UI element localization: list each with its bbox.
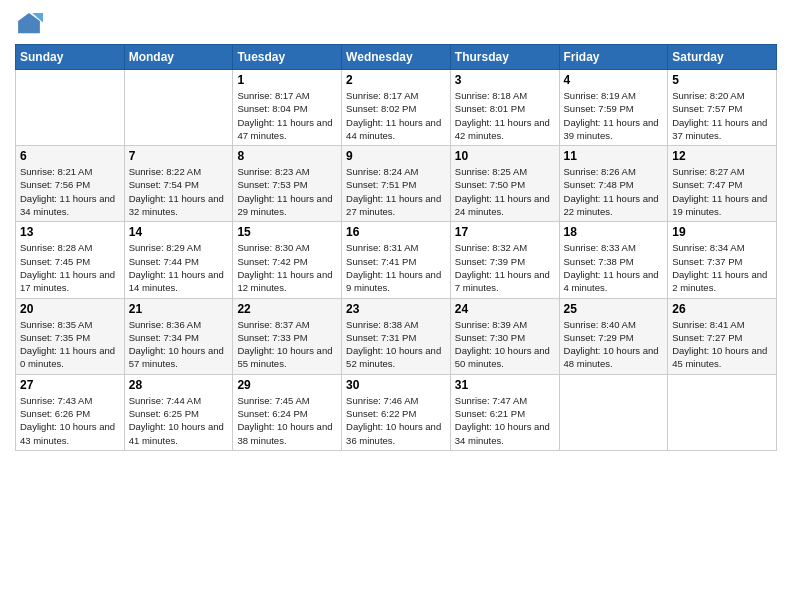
day-info: Sunrise: 8:29 AM Sunset: 7:44 PM Dayligh… bbox=[129, 241, 229, 294]
day-number: 21 bbox=[129, 302, 229, 316]
weekday-header-friday: Friday bbox=[559, 45, 668, 70]
calendar-cell: 18Sunrise: 8:33 AM Sunset: 7:38 PM Dayli… bbox=[559, 222, 668, 298]
calendar-cell: 4Sunrise: 8:19 AM Sunset: 7:59 PM Daylig… bbox=[559, 70, 668, 146]
day-info: Sunrise: 7:46 AM Sunset: 6:22 PM Dayligh… bbox=[346, 394, 446, 447]
day-number: 14 bbox=[129, 225, 229, 239]
calendar-cell: 26Sunrise: 8:41 AM Sunset: 7:27 PM Dayli… bbox=[668, 298, 777, 374]
day-info: Sunrise: 8:22 AM Sunset: 7:54 PM Dayligh… bbox=[129, 165, 229, 218]
day-info: Sunrise: 8:31 AM Sunset: 7:41 PM Dayligh… bbox=[346, 241, 446, 294]
calendar-cell: 8Sunrise: 8:23 AM Sunset: 7:53 PM Daylig… bbox=[233, 146, 342, 222]
calendar-cell bbox=[559, 374, 668, 450]
calendar-cell: 27Sunrise: 7:43 AM Sunset: 6:26 PM Dayli… bbox=[16, 374, 125, 450]
calendar-cell bbox=[16, 70, 125, 146]
calendar-cell: 7Sunrise: 8:22 AM Sunset: 7:54 PM Daylig… bbox=[124, 146, 233, 222]
day-info: Sunrise: 8:34 AM Sunset: 7:37 PM Dayligh… bbox=[672, 241, 772, 294]
day-info: Sunrise: 8:30 AM Sunset: 7:42 PM Dayligh… bbox=[237, 241, 337, 294]
day-number: 7 bbox=[129, 149, 229, 163]
calendar-cell: 30Sunrise: 7:46 AM Sunset: 6:22 PM Dayli… bbox=[342, 374, 451, 450]
day-number: 20 bbox=[20, 302, 120, 316]
day-number: 23 bbox=[346, 302, 446, 316]
calendar-cell: 13Sunrise: 8:28 AM Sunset: 7:45 PM Dayli… bbox=[16, 222, 125, 298]
day-number: 16 bbox=[346, 225, 446, 239]
day-number: 22 bbox=[237, 302, 337, 316]
day-number: 8 bbox=[237, 149, 337, 163]
day-info: Sunrise: 8:41 AM Sunset: 7:27 PM Dayligh… bbox=[672, 318, 772, 371]
weekday-header-saturday: Saturday bbox=[668, 45, 777, 70]
calendar-cell: 29Sunrise: 7:45 AM Sunset: 6:24 PM Dayli… bbox=[233, 374, 342, 450]
day-number: 19 bbox=[672, 225, 772, 239]
day-number: 12 bbox=[672, 149, 772, 163]
day-number: 30 bbox=[346, 378, 446, 392]
logo-icon bbox=[15, 10, 43, 38]
calendar-week-4: 20Sunrise: 8:35 AM Sunset: 7:35 PM Dayli… bbox=[16, 298, 777, 374]
calendar-cell: 9Sunrise: 8:24 AM Sunset: 7:51 PM Daylig… bbox=[342, 146, 451, 222]
calendar-cell: 24Sunrise: 8:39 AM Sunset: 7:30 PM Dayli… bbox=[450, 298, 559, 374]
calendar-cell: 1Sunrise: 8:17 AM Sunset: 8:04 PM Daylig… bbox=[233, 70, 342, 146]
day-info: Sunrise: 8:18 AM Sunset: 8:01 PM Dayligh… bbox=[455, 89, 555, 142]
calendar-cell: 17Sunrise: 8:32 AM Sunset: 7:39 PM Dayli… bbox=[450, 222, 559, 298]
day-info: Sunrise: 8:20 AM Sunset: 7:57 PM Dayligh… bbox=[672, 89, 772, 142]
weekday-header-tuesday: Tuesday bbox=[233, 45, 342, 70]
weekday-header-row: SundayMondayTuesdayWednesdayThursdayFrid… bbox=[16, 45, 777, 70]
calendar-cell: 11Sunrise: 8:26 AM Sunset: 7:48 PM Dayli… bbox=[559, 146, 668, 222]
day-info: Sunrise: 8:35 AM Sunset: 7:35 PM Dayligh… bbox=[20, 318, 120, 371]
day-number: 2 bbox=[346, 73, 446, 87]
calendar-cell: 6Sunrise: 8:21 AM Sunset: 7:56 PM Daylig… bbox=[16, 146, 125, 222]
calendar-cell: 22Sunrise: 8:37 AM Sunset: 7:33 PM Dayli… bbox=[233, 298, 342, 374]
day-info: Sunrise: 8:26 AM Sunset: 7:48 PM Dayligh… bbox=[564, 165, 664, 218]
weekday-header-monday: Monday bbox=[124, 45, 233, 70]
day-number: 5 bbox=[672, 73, 772, 87]
day-info: Sunrise: 7:44 AM Sunset: 6:25 PM Dayligh… bbox=[129, 394, 229, 447]
day-info: Sunrise: 7:43 AM Sunset: 6:26 PM Dayligh… bbox=[20, 394, 120, 447]
calendar-week-1: 1Sunrise: 8:17 AM Sunset: 8:04 PM Daylig… bbox=[16, 70, 777, 146]
calendar-cell: 3Sunrise: 8:18 AM Sunset: 8:01 PM Daylig… bbox=[450, 70, 559, 146]
day-number: 1 bbox=[237, 73, 337, 87]
day-number: 13 bbox=[20, 225, 120, 239]
weekday-header-wednesday: Wednesday bbox=[342, 45, 451, 70]
day-number: 11 bbox=[564, 149, 664, 163]
calendar-cell: 14Sunrise: 8:29 AM Sunset: 7:44 PM Dayli… bbox=[124, 222, 233, 298]
day-info: Sunrise: 8:21 AM Sunset: 7:56 PM Dayligh… bbox=[20, 165, 120, 218]
day-info: Sunrise: 8:33 AM Sunset: 7:38 PM Dayligh… bbox=[564, 241, 664, 294]
calendar-cell: 19Sunrise: 8:34 AM Sunset: 7:37 PM Dayli… bbox=[668, 222, 777, 298]
day-number: 29 bbox=[237, 378, 337, 392]
weekday-header-thursday: Thursday bbox=[450, 45, 559, 70]
calendar-cell: 25Sunrise: 8:40 AM Sunset: 7:29 PM Dayli… bbox=[559, 298, 668, 374]
calendar-table: SundayMondayTuesdayWednesdayThursdayFrid… bbox=[15, 44, 777, 451]
day-number: 3 bbox=[455, 73, 555, 87]
day-info: Sunrise: 8:27 AM Sunset: 7:47 PM Dayligh… bbox=[672, 165, 772, 218]
calendar-cell bbox=[668, 374, 777, 450]
day-info: Sunrise: 8:36 AM Sunset: 7:34 PM Dayligh… bbox=[129, 318, 229, 371]
day-info: Sunrise: 8:38 AM Sunset: 7:31 PM Dayligh… bbox=[346, 318, 446, 371]
day-info: Sunrise: 8:39 AM Sunset: 7:30 PM Dayligh… bbox=[455, 318, 555, 371]
header bbox=[15, 10, 777, 38]
day-info: Sunrise: 8:17 AM Sunset: 8:04 PM Dayligh… bbox=[237, 89, 337, 142]
calendar-cell: 31Sunrise: 7:47 AM Sunset: 6:21 PM Dayli… bbox=[450, 374, 559, 450]
day-number: 9 bbox=[346, 149, 446, 163]
calendar-week-2: 6Sunrise: 8:21 AM Sunset: 7:56 PM Daylig… bbox=[16, 146, 777, 222]
calendar-cell: 16Sunrise: 8:31 AM Sunset: 7:41 PM Dayli… bbox=[342, 222, 451, 298]
day-number: 31 bbox=[455, 378, 555, 392]
calendar-cell: 15Sunrise: 8:30 AM Sunset: 7:42 PM Dayli… bbox=[233, 222, 342, 298]
calendar-cell: 23Sunrise: 8:38 AM Sunset: 7:31 PM Dayli… bbox=[342, 298, 451, 374]
day-number: 15 bbox=[237, 225, 337, 239]
day-number: 4 bbox=[564, 73, 664, 87]
calendar-cell: 28Sunrise: 7:44 AM Sunset: 6:25 PM Dayli… bbox=[124, 374, 233, 450]
day-number: 18 bbox=[564, 225, 664, 239]
calendar-week-3: 13Sunrise: 8:28 AM Sunset: 7:45 PM Dayli… bbox=[16, 222, 777, 298]
logo bbox=[15, 10, 47, 38]
day-number: 25 bbox=[564, 302, 664, 316]
day-info: Sunrise: 7:45 AM Sunset: 6:24 PM Dayligh… bbox=[237, 394, 337, 447]
calendar-cell: 2Sunrise: 8:17 AM Sunset: 8:02 PM Daylig… bbox=[342, 70, 451, 146]
weekday-header-sunday: Sunday bbox=[16, 45, 125, 70]
calendar-cell: 5Sunrise: 8:20 AM Sunset: 7:57 PM Daylig… bbox=[668, 70, 777, 146]
day-number: 10 bbox=[455, 149, 555, 163]
day-info: Sunrise: 8:37 AM Sunset: 7:33 PM Dayligh… bbox=[237, 318, 337, 371]
calendar-cell: 12Sunrise: 8:27 AM Sunset: 7:47 PM Dayli… bbox=[668, 146, 777, 222]
day-info: Sunrise: 8:25 AM Sunset: 7:50 PM Dayligh… bbox=[455, 165, 555, 218]
day-number: 6 bbox=[20, 149, 120, 163]
day-number: 28 bbox=[129, 378, 229, 392]
page: SundayMondayTuesdayWednesdayThursdayFrid… bbox=[0, 0, 792, 612]
day-info: Sunrise: 8:28 AM Sunset: 7:45 PM Dayligh… bbox=[20, 241, 120, 294]
day-info: Sunrise: 8:32 AM Sunset: 7:39 PM Dayligh… bbox=[455, 241, 555, 294]
